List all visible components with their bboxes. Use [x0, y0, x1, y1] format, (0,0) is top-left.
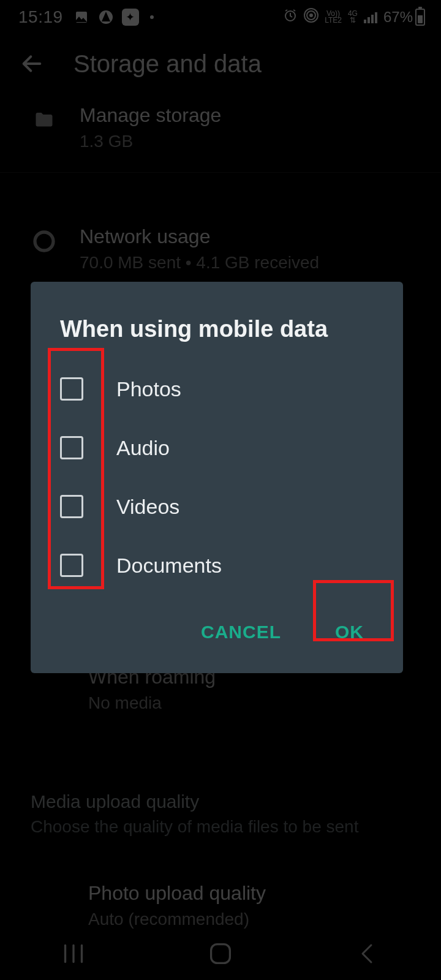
option-audio[interactable]: Audio: [31, 418, 403, 477]
option-label: Documents: [116, 554, 222, 578]
checkbox-documents[interactable]: [60, 554, 83, 577]
option-videos[interactable]: Videos: [31, 477, 403, 536]
checkbox-photos[interactable]: [60, 377, 83, 401]
option-photos[interactable]: Photos: [31, 360, 403, 418]
checkbox-audio[interactable]: [60, 436, 83, 459]
option-label: Photos: [116, 377, 181, 401]
dialog-title: When using mobile data: [31, 306, 403, 360]
dialog-mobile-data-autodownload: When using mobile data Photos Audio Vide…: [31, 282, 403, 673]
option-documents[interactable]: Documents: [31, 536, 403, 595]
option-label: Videos: [116, 495, 179, 519]
cancel-button[interactable]: CANCEL: [189, 611, 293, 654]
ok-button[interactable]: OK: [323, 611, 376, 654]
option-label: Audio: [116, 436, 170, 460]
checkbox-videos[interactable]: [60, 495, 83, 518]
